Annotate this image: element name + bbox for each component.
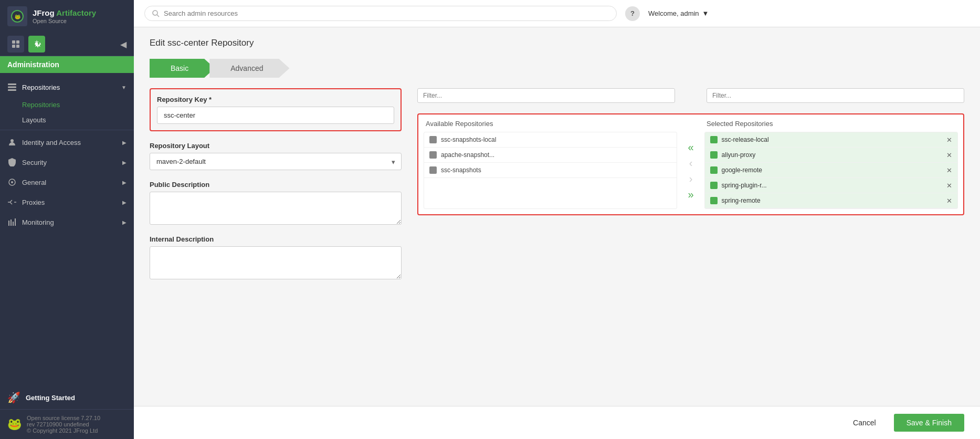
list-item[interactable]: google-remote ✕	[705, 163, 957, 178]
selected-filter-input[interactable]	[707, 88, 964, 103]
svg-point-11	[11, 181, 13, 183]
security-label: Security	[22, 159, 117, 166]
search-icon	[152, 10, 160, 17]
move-one-to-selected-button[interactable]: ‹	[687, 156, 695, 169]
list-item[interactable]: ssc-snapshots	[424, 163, 677, 178]
sidebar-item-repositories-sub[interactable]: Repositories	[22, 97, 134, 112]
public-desc-input[interactable]	[150, 192, 402, 225]
repo-item-icon	[429, 151, 437, 159]
remove-repo-button[interactable]: ✕	[946, 182, 952, 189]
repo-columns: ssc-snapshots-local apache-snapshot... s…	[424, 132, 958, 209]
list-item[interactable]: ssc-snapshots-local	[424, 132, 677, 148]
svg-rect-2	[12, 40, 15, 44]
remove-repo-button[interactable]: ✕	[946, 197, 952, 204]
page-footer: Cancel Save & Finish	[134, 406, 980, 439]
footer-frog-icon: 🐸	[7, 417, 22, 431]
layout-select-wrapper: maven-2-default simple-default npm-defau…	[150, 153, 402, 170]
repo-key-label: Repository Key *	[157, 96, 394, 103]
identity-icon	[7, 138, 17, 147]
general-label: General	[22, 179, 117, 186]
sidebar-footer: 🐸 Open source license 7.27.10 rev 727109…	[0, 409, 134, 439]
app-logo: 🐸	[7, 6, 27, 26]
svg-point-17	[153, 11, 157, 15]
nav-divider-1	[0, 130, 134, 130]
svg-rect-8	[8, 87, 16, 88]
footer-text: Open source license 7.27.10 rev 72710900…	[27, 415, 100, 434]
footer-rev: rev 72710900 undefined	[27, 421, 100, 427]
list-item[interactable]: spring-remote ✕	[705, 193, 957, 208]
svg-rect-15	[13, 222, 14, 226]
tab-advanced[interactable]: Advanced	[209, 59, 289, 78]
remove-repo-button[interactable]: ✕	[946, 137, 952, 143]
sidebar-item-identity-access[interactable]: Identity and Access ▶	[0, 132, 134, 152]
repo-column-headers: Available Repositories Selected Reposito…	[424, 120, 958, 128]
sidebar: 🐸 JFrog Artifactory Open Source	[0, 0, 134, 439]
available-filter-input[interactable]	[417, 88, 675, 103]
repositories-icon	[7, 82, 17, 92]
save-finish-button[interactable]: Save & Finish	[894, 414, 964, 432]
cancel-button[interactable]: Cancel	[842, 414, 887, 431]
brand-title: JFrog Artifactory	[33, 8, 96, 18]
repositories-submenu: Repositories Layouts	[0, 97, 134, 128]
page-content: Edit ssc-center Repository Basic Advance…	[134, 27, 980, 406]
monitoring-arrow: ▶	[122, 220, 127, 225]
selected-repo-label: aliyun-proxy	[722, 151, 756, 159]
getting-started-item[interactable]: 🚀 Getting Started	[0, 386, 134, 409]
list-item[interactable]: ssc-release-local ✕	[705, 132, 957, 148]
sidebar-collapse-button[interactable]: ◀	[120, 39, 127, 49]
selected-repo-icon	[710, 136, 718, 143]
page-title: Edit ssc-center Repository	[150, 38, 964, 48]
getting-started-icon: 🚀	[7, 391, 20, 404]
sidebar-item-monitoring[interactable]: Monitoring ▶	[0, 212, 134, 232]
remove-repo-button[interactable]: ✕	[946, 152, 952, 159]
search-input[interactable]	[164, 9, 609, 17]
general-icon	[7, 177, 17, 187]
user-menu[interactable]: Welcome, admin ▼	[648, 9, 709, 17]
list-item[interactable]: spring-plugin-r... ✕	[705, 178, 957, 193]
available-repo-label: ssc-snapshots-local	[441, 136, 496, 143]
repo-key-input[interactable]	[157, 107, 394, 124]
public-desc-label: Public Description	[150, 181, 402, 189]
repo-item-icon	[429, 136, 437, 143]
move-all-to-selected-button[interactable]: «	[686, 141, 696, 153]
proxies-arrow: ▶	[122, 200, 127, 205]
svg-rect-9	[8, 89, 16, 91]
tab-basic-label: Basic	[171, 64, 188, 72]
proxies-icon	[7, 197, 17, 207]
available-repos-title: Available Repositories	[426, 120, 675, 128]
repo-key-field: Repository Key *	[157, 96, 394, 124]
sidebar-item-layouts[interactable]: Layouts	[22, 112, 134, 128]
help-button[interactable]: ?	[625, 6, 640, 21]
move-all-to-available-button[interactable]: »	[686, 188, 696, 201]
admin-gear-icon[interactable]	[28, 36, 45, 53]
selected-repo-label: google-remote	[722, 166, 762, 174]
list-item[interactable]: aliyun-proxy ✕	[705, 148, 957, 163]
sidebar-item-proxies[interactable]: Proxies ▶	[0, 192, 134, 212]
svg-line-18	[157, 15, 159, 17]
user-dropdown-arrow: ▼	[702, 9, 709, 17]
search-box	[144, 6, 617, 21]
remove-repo-button[interactable]: ✕	[946, 167, 952, 174]
svg-point-10	[10, 139, 14, 142]
dashboard-icon[interactable]	[7, 36, 24, 53]
repo-key-section: Repository Key *	[150, 88, 402, 131]
sidebar-item-repositories[interactable]: Repositories ▼	[0, 77, 134, 97]
list-item[interactable]: apache-snapshot...	[424, 148, 677, 163]
admin-bar: Administration	[0, 56, 134, 73]
tab-basic[interactable]: Basic	[150, 59, 215, 78]
main-area: ? Welcome, admin ▼ Edit ssc-center Repos…	[134, 0, 980, 439]
svg-rect-16	[15, 218, 16, 226]
admin-label: Administration	[7, 60, 59, 69]
svg-rect-5	[16, 45, 19, 48]
layout-select[interactable]: maven-2-default simple-default npm-defau…	[150, 153, 402, 170]
selected-repo-icon	[710, 197, 718, 204]
internal-desc-input[interactable]	[150, 246, 402, 279]
internal-desc-field: Internal Description	[150, 235, 402, 279]
sidebar-item-security[interactable]: Security ▶	[0, 152, 134, 172]
sidebar-item-general[interactable]: General ▶	[0, 172, 134, 192]
svg-rect-3	[16, 40, 19, 44]
footer-copy: © Copyright 2021 JFrog Ltd	[27, 427, 100, 434]
selected-repo-label: ssc-release-local	[722, 136, 769, 143]
selected-repo-label: spring-remote	[722, 197, 761, 204]
move-one-to-available-button[interactable]: ›	[687, 172, 695, 185]
